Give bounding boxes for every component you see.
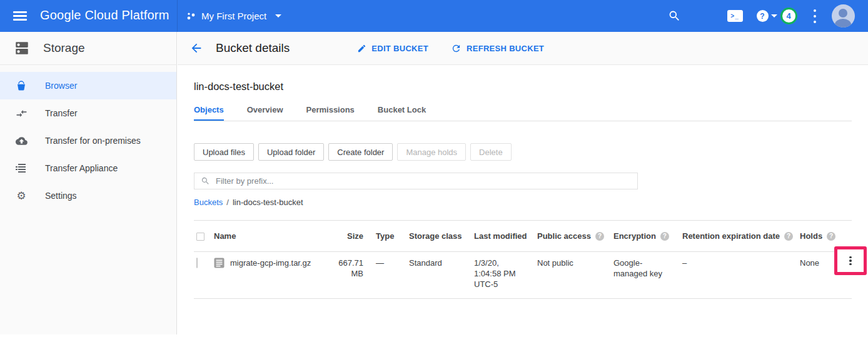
sidebar-item-settings[interactable]: ⚙ Settings (0, 182, 176, 209)
help-icon[interactable]: ? (595, 232, 604, 241)
filter-by-prefix-input[interactable] (216, 176, 637, 186)
compare-arrows-icon (15, 108, 28, 119)
project-name: My First Project (201, 11, 266, 21)
cell-public-access: Not public (537, 258, 613, 268)
search-icon[interactable] (667, 0, 682, 32)
column-header-name: Name (210, 231, 335, 241)
brand-logo: Google Cloud Platform (40, 8, 169, 23)
help-icon[interactable]: ? (660, 232, 669, 241)
delete-button[interactable]: Delete (470, 143, 512, 161)
gear-icon: ⚙ (15, 191, 28, 201)
project-switcher[interactable]: My First Project (187, 0, 281, 32)
help-icon[interactable]: ? (827, 232, 835, 241)
storage-product-icon (14, 40, 30, 56)
table-header-row: Name Size Type Storage class Last modifi… (194, 220, 852, 252)
cell-last-modified: 1/3/20, 1:04:58 PM UTC-5 (474, 258, 525, 289)
bucket-icon (15, 80, 28, 91)
column-header-public-access: Public access? (537, 231, 613, 241)
row-actions-menu-icon[interactable] (849, 255, 852, 267)
column-header-size: Size (335, 231, 376, 241)
breadcrumb-separator: / (226, 198, 229, 207)
cell-type: — (376, 258, 409, 268)
topbar-divider (177, 0, 178, 32)
bucket-name-title: lin-docs-test-bucket (194, 81, 283, 93)
help-menu[interactable]: ? (755, 0, 778, 32)
column-header-last-modified: Last modified (474, 231, 537, 241)
top-app-bar: Google Cloud Platform My First Project >… (0, 0, 868, 32)
hamburger-menu-icon[interactable] (13, 11, 27, 21)
tab-bucket-lock[interactable]: Bucket Lock (378, 100, 426, 121)
cell-storage-class: Standard (409, 258, 474, 268)
chevron-down-icon (771, 14, 777, 18)
avatar (832, 4, 855, 28)
tab-overview[interactable]: Overview (247, 100, 283, 121)
pencil-icon (357, 44, 366, 53)
breadcrumb-buckets-link[interactable]: Buckets (194, 198, 223, 207)
refresh-icon (451, 43, 462, 54)
tab-objects[interactable]: Objects (194, 100, 224, 121)
select-all-checkbox[interactable] (196, 233, 204, 241)
cell-encryption: Google-managed key (613, 258, 664, 279)
bucket-tabs: Objects Overview Permissions Bucket Lock (194, 100, 852, 121)
tab-permissions[interactable]: Permissions (306, 100, 355, 121)
cell-holds: None (800, 258, 831, 268)
annotation-highlight-box (834, 246, 867, 275)
main-content: lin-docs-test-bucket Objects Overview Pe… (177, 65, 868, 362)
cell-size: 667.71 MB (335, 258, 376, 279)
product-header: Storage (0, 32, 177, 65)
column-header-holds: Holds? (800, 231, 831, 241)
help-icon: ? (757, 10, 769, 22)
breadcrumb: Buckets / lin-docs-test-bucket (194, 198, 303, 207)
table-row: migrate-gcp-img.tar.gz 667.71 MB — Stand… (194, 252, 852, 299)
page-header: Bucket details EDIT BUCKET REFRESH BUCKE… (178, 32, 868, 65)
prefix-filter (194, 173, 638, 189)
row-checkbox[interactable] (196, 258, 198, 268)
cell-retention: – (682, 258, 800, 268)
chevron-down-icon (275, 14, 281, 18)
objects-toolbar: Upload files Upload folder Create folder… (194, 143, 512, 161)
cloud-shell-icon[interactable]: >_ (727, 0, 743, 32)
column-header-encryption: Encryption? (613, 231, 682, 241)
sidebar-item-transfer[interactable]: Transfer (0, 99, 176, 127)
breadcrumb-current: lin-docs-test-bucket (233, 198, 303, 207)
manage-holds-button[interactable]: Manage holds (397, 143, 466, 161)
file-icon (214, 258, 225, 268)
column-header-storage-class: Storage class (409, 231, 474, 241)
sidebar-item-browser[interactable]: Browser (0, 72, 176, 99)
create-folder-button[interactable]: Create folder (328, 143, 393, 161)
sidebar-nav: Browser Transfer Transfer for on-premise… (0, 65, 177, 334)
back-arrow-icon[interactable] (189, 41, 203, 55)
notifications-button[interactable]: 4 (780, 0, 797, 32)
cloud-upload-icon (15, 135, 28, 147)
object-name-link[interactable]: migrate-gcp-img.tar.gz (230, 258, 311, 268)
appliance-list-icon (15, 163, 28, 174)
upload-folder-button[interactable]: Upload folder (258, 143, 324, 161)
sidebar-item-transfer-appliance[interactable]: Transfer Appliance (0, 154, 176, 182)
help-icon[interactable]: ? (784, 232, 793, 241)
upload-files-button[interactable]: Upload files (194, 143, 254, 161)
sidebar-item-transfer-on-premises[interactable]: Transfer for on-premises (0, 127, 176, 154)
edit-bucket-button[interactable]: EDIT BUCKET (357, 44, 428, 53)
account-avatar[interactable] (831, 0, 855, 32)
column-header-retention: Retention expiration date? (682, 231, 800, 241)
notification-badge: 4 (780, 8, 797, 24)
refresh-bucket-button[interactable]: REFRESH BUCKET (451, 43, 544, 54)
page-title: Bucket details (216, 41, 290, 55)
more-options-icon[interactable] (810, 0, 820, 32)
product-title: Storage (43, 41, 85, 55)
objects-table: Name Size Type Storage class Last modifi… (194, 220, 852, 299)
project-icon (187, 12, 196, 21)
column-header-type: Type (376, 231, 409, 241)
search-icon (201, 176, 210, 186)
